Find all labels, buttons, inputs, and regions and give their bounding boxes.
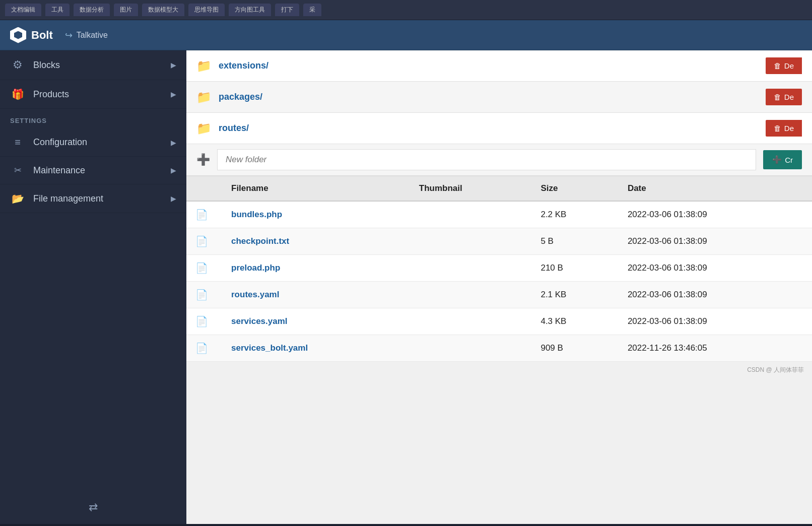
file-name-services-yaml[interactable]: services.yaml — [231, 316, 288, 326]
bolt-logo-inner — [14, 31, 22, 39]
delete-button-packages[interactable]: 🗑 De — [766, 89, 802, 105]
folder-icon-routes: 📁 — [196, 121, 212, 136]
file-management-chevron-icon: ▶ — [171, 194, 176, 203]
sidebar-item-configuration[interactable]: ≡ Configuration ▶ — [0, 128, 186, 157]
file-icon-services-yaml: 📄 — [195, 316, 208, 327]
logo: Bolt — [10, 27, 53, 43]
browser-tab-2[interactable]: 工具 — [45, 4, 70, 16]
file-icon-checkpoint: 📄 — [195, 236, 208, 247]
col-header-filename: Filename — [222, 176, 410, 201]
sidebar: ⚙ Blocks ▶ 🎁 Products ▶ SETTINGS ≡ Confi… — [0, 50, 186, 524]
new-folder-input[interactable] — [217, 149, 756, 170]
folder-row-routes: 📁 routes/ 🗑 De — [186, 113, 812, 144]
file-name-routes-yaml[interactable]: routes.yaml — [231, 290, 279, 299]
products-chevron-icon: ▶ — [171, 90, 176, 98]
file-size-routes-yaml: 2.1 KB — [531, 282, 618, 308]
table-row: 📄 bundles.php 2.2 KB 2022-03-06 01:38:09 — [186, 201, 812, 228]
browser-tab-9[interactable]: 采 — [303, 4, 321, 16]
browser-tab-1[interactable]: 文档编辑 — [5, 4, 41, 16]
app-header: Bolt ↪ Talkative — [0, 20, 812, 50]
file-thumbnail-preload — [410, 255, 532, 282]
sidebar-item-products[interactable]: 🎁 Products ▶ — [0, 80, 186, 109]
file-size-bundles: 2.2 KB — [531, 201, 618, 228]
file-date-services-yaml: 2022-03-06 01:38:09 — [619, 308, 812, 335]
create-folder-button[interactable]: ➕ Cr — [763, 150, 802, 169]
sidebar-item-label-maintenance: Maintenance — [33, 165, 85, 176]
sidebar-collapse-icon[interactable]: ⇄ — [89, 501, 98, 514]
file-date-bundles: 2022-03-06 01:38:09 — [619, 201, 812, 228]
settings-section-label: SETTINGS — [0, 109, 186, 128]
products-icon: 🎁 — [10, 88, 25, 100]
files-table-body: 📄 bundles.php 2.2 KB 2022-03-06 01:38:09… — [186, 201, 812, 362]
table-row: 📄 checkpoint.txt 5 B 2022-03-06 01:38:09 — [186, 228, 812, 255]
folder-name-extensions[interactable]: extensions/ — [219, 60, 268, 71]
file-date-preload: 2022-03-06 01:38:09 — [619, 255, 812, 282]
browser-tab-bar: 文档编辑 工具 数据分析 图片 数据模型大 思维导图 方向图工具 打下 采 — [0, 0, 812, 20]
blocks-icon: ⚙ — [10, 58, 25, 72]
file-date-services-bolt: 2022-11-26 13:46:05 — [619, 335, 812, 362]
folder-name-packages[interactable]: packages/ — [219, 92, 262, 102]
table-row: 📄 routes.yaml 2.1 KB 2022-03-06 01:38:09 — [186, 282, 812, 308]
file-icon-bundles: 📄 — [195, 209, 208, 220]
file-size-checkpoint: 5 B — [531, 228, 618, 255]
sidebar-item-file-management[interactable]: 📂 File management ▶ — [0, 184, 186, 213]
delete-button-routes[interactable]: 🗑 De — [766, 120, 802, 137]
file-thumbnail-services-bolt — [410, 335, 532, 362]
browser-tab-6[interactable]: 思维导图 — [188, 4, 225, 16]
browser-tab-8[interactable]: 打下 — [275, 4, 299, 16]
file-date-routes-yaml: 2022-03-06 01:38:09 — [619, 282, 812, 308]
sidebar-item-maintenance[interactable]: ✂ Maintenance ▶ — [0, 157, 186, 184]
sidebar-bottom: ⇄ — [0, 491, 186, 524]
files-table-wrapper: Filename Thumbnail Size Date 📄 bundles.p… — [186, 176, 812, 362]
file-name-services-bolt[interactable]: services_bolt.yaml — [231, 343, 308, 353]
main-area: ⚙ Blocks ▶ 🎁 Products ▶ SETTINGS ≡ Confi… — [0, 50, 812, 524]
file-date-checkpoint: 2022-03-06 01:38:09 — [619, 228, 812, 255]
sidebar-item-label-blocks: Blocks — [33, 60, 60, 71]
trash-icon-routes: 🗑 — [774, 124, 781, 133]
header-project: ↪ Talkative — [65, 30, 108, 41]
file-icon-routes-yaml: 📄 — [195, 289, 208, 300]
project-arrow-icon: ↪ — [65, 30, 73, 41]
browser-tab-3[interactable]: 数据分析 — [74, 4, 110, 16]
folder-name-routes[interactable]: routes/ — [219, 123, 249, 134]
col-header-size: Size — [531, 176, 618, 201]
file-thumbnail-checkpoint — [410, 228, 532, 255]
col-header-icon — [186, 176, 222, 201]
trash-icon-packages: 🗑 — [774, 93, 781, 101]
file-thumbnail-bundles — [410, 201, 532, 228]
sidebar-item-label-products: Products — [33, 89, 69, 100]
maintenance-icon: ✂ — [10, 165, 25, 176]
file-size-preload: 210 B — [531, 255, 618, 282]
file-name-bundles[interactable]: bundles.php — [231, 210, 282, 219]
sidebar-item-label-file-management: File management — [33, 193, 103, 204]
content-area: 📁 extensions/ 🗑 De 📁 packages/ 🗑 De 📁 — [186, 50, 812, 524]
file-name-preload[interactable]: preload.php — [231, 263, 280, 273]
sidebar-item-blocks[interactable]: ⚙ Blocks ▶ — [0, 50, 186, 80]
sidebar-item-label-configuration: Configuration — [33, 137, 87, 148]
col-header-date: Date — [619, 176, 812, 201]
folder-row-extensions: 📁 extensions/ 🗑 De — [186, 50, 812, 82]
file-management-icon: 📂 — [10, 192, 25, 205]
browser-tab-5[interactable]: 数据模型大 — [142, 4, 184, 16]
delete-button-extensions[interactable]: 🗑 De — [766, 57, 802, 74]
table-row: 📄 services.yaml 4.3 KB 2022-03-06 01:38:… — [186, 308, 812, 335]
browser-tab-4[interactable]: 图片 — [114, 4, 138, 16]
app-container: Bolt ↪ Talkative ⚙ Blocks ▶ 🎁 Products ▶… — [0, 20, 812, 524]
folder-icon-extensions: 📁 — [196, 59, 212, 73]
watermark: CSDN @ 人间体菲菲 — [186, 362, 812, 378]
files-table-header: Filename Thumbnail Size Date — [186, 176, 812, 201]
add-folder-icon: ➕ — [196, 153, 210, 166]
plus-icon-create: ➕ — [772, 155, 782, 164]
trash-icon-extensions: 🗑 — [774, 61, 781, 70]
file-thumbnail-services-yaml — [410, 308, 532, 335]
blocks-chevron-icon: ▶ — [171, 61, 176, 69]
file-name-checkpoint[interactable]: checkpoint.txt — [231, 236, 289, 246]
bolt-logo-icon — [10, 27, 26, 43]
file-icon-preload: 📄 — [195, 262, 208, 274]
folder-row-packages: 📁 packages/ 🗑 De — [186, 82, 812, 113]
configuration-chevron-icon: ▶ — [171, 139, 176, 147]
file-icon-services-bolt: 📄 — [195, 343, 208, 354]
browser-tab-7[interactable]: 方向图工具 — [229, 4, 271, 16]
file-size-services-yaml: 4.3 KB — [531, 308, 618, 335]
table-row: 📄 services_bolt.yaml 909 B 2022-11-26 13… — [186, 335, 812, 362]
